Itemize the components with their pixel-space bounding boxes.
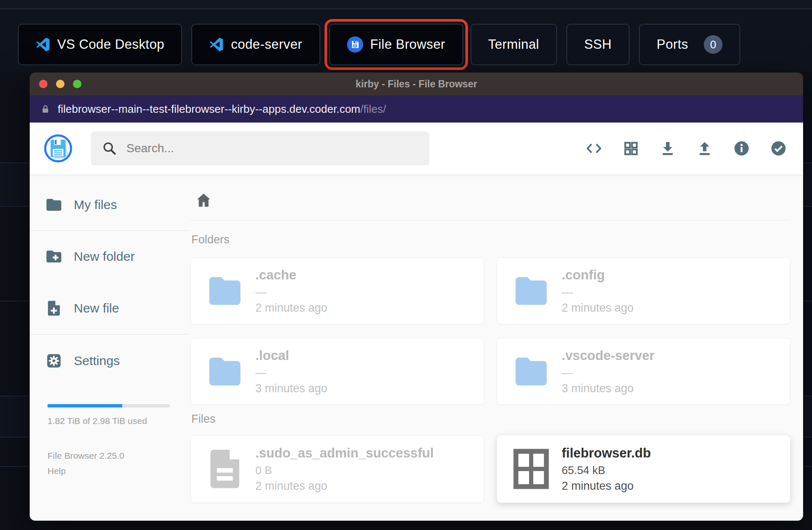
home-breadcrumb-button[interactable] <box>194 191 213 211</box>
folder-icon <box>512 276 550 306</box>
file-icon <box>209 448 241 490</box>
file-name: .config <box>562 268 634 283</box>
launcher-button-label: code-server <box>231 37 302 52</box>
breadcrumb <box>194 191 790 211</box>
folder-icon <box>45 196 63 214</box>
folder-card-local[interactable]: .local — 3 minutes ago <box>190 338 484 405</box>
file-browser-button[interactable]: File Browser <box>329 24 463 65</box>
code-server-button[interactable]: code-server <box>191 24 320 65</box>
sidebar-divider <box>30 230 189 231</box>
file-size: — <box>562 366 655 379</box>
upload-button[interactable] <box>696 140 713 157</box>
view-mode-button[interactable] <box>622 140 639 157</box>
file-modified-time: 2 minutes ago <box>255 301 328 315</box>
open-in-editor-button[interactable] <box>585 140 602 157</box>
file-card-filebrowser-db[interactable]: filebrowser.db 65.54 kB 2 minutes ago <box>497 435 790 503</box>
info-button[interactable] <box>733 140 750 157</box>
header-actions <box>585 140 787 157</box>
sidebar: My files New folder New file <box>30 174 189 521</box>
sidebar-divider <box>30 334 189 335</box>
files-grid: .sudo_as_admin_successful 0 B 2 minutes … <box>190 435 790 503</box>
url-bar[interactable]: filebrowser--main--test-filebrowser--kir… <box>30 95 803 123</box>
file-size: — <box>562 286 634 299</box>
lock-icon <box>41 104 50 114</box>
storage-usage-bar <box>48 404 170 407</box>
file-size: 0 B <box>255 464 434 477</box>
folder-icon <box>206 356 244 387</box>
folder-card-vscode-server[interactable]: .vscode-server — 3 minutes ago <box>497 338 790 405</box>
vscode-desktop-button[interactable]: VS Code Desktop <box>18 24 182 65</box>
vscode-icon <box>209 37 224 52</box>
gear-icon <box>45 352 63 370</box>
sidebar-item-label: My files <box>74 198 117 212</box>
file-size: — <box>255 286 328 299</box>
storage-usage: 1.82 TiB of 2.98 TiB used <box>48 404 170 426</box>
file-listing: Folders .cache — 2 minutes ago .confi <box>189 174 803 521</box>
file-plus-icon <box>45 299 63 317</box>
sidebar-item-my-files[interactable]: My files <box>30 191 189 218</box>
file-size: — <box>255 366 328 379</box>
sidebar-item-settings[interactable]: Settings <box>30 347 189 374</box>
grid-view-icon <box>622 140 639 157</box>
file-modified-time: 3 minutes ago <box>255 382 328 395</box>
vscode-icon <box>36 37 50 52</box>
sidebar-item-label: New folder <box>74 249 134 264</box>
sidebar-item-new-file[interactable]: New file <box>30 295 189 322</box>
url-host: filebrowser--main--test-filebrowser--kir… <box>58 103 360 115</box>
window-titlebar[interactable]: kirby - Files - File Browser <box>30 73 803 95</box>
listing-divider <box>190 220 790 220</box>
search-bar[interactable] <box>91 131 429 165</box>
help-link[interactable]: Help <box>48 466 189 476</box>
section-title-files: Files <box>191 413 790 426</box>
launcher-button-label: File Browser <box>370 37 445 52</box>
window-title: kirby - Files - File Browser <box>30 78 803 90</box>
desktop-background: VS Code Desktop code-server File Browser… <box>0 0 812 530</box>
folder-plus-icon <box>45 248 63 265</box>
filebrowser-logo[interactable] <box>44 134 72 162</box>
sidebar-item-label: Settings <box>74 354 120 368</box>
file-modified-time: 2 minutes ago <box>255 480 434 493</box>
file-modified-time: 2 minutes ago <box>562 480 651 493</box>
download-button[interactable] <box>659 140 676 157</box>
url-path: /files/ <box>360 103 386 115</box>
database-grid-icon <box>513 448 549 490</box>
file-modified-time: 3 minutes ago <box>562 382 655 395</box>
info-icon <box>733 139 750 157</box>
launcher-button-label: VS Code Desktop <box>57 37 164 52</box>
filebrowser-floppy-icon <box>347 36 363 53</box>
ports-count-badge: 0 <box>704 35 722 54</box>
file-name: filebrowser.db <box>562 446 651 461</box>
browser-window: kirby - Files - File Browser filebrowser… <box>30 73 803 521</box>
file-name: .sudo_as_admin_successful <box>255 446 434 461</box>
sidebar-item-label: New file <box>74 301 119 315</box>
select-multiple-button[interactable] <box>770 140 787 157</box>
search-input[interactable] <box>126 142 418 155</box>
sidebar-item-new-folder[interactable]: New folder <box>30 243 189 270</box>
ssh-button[interactable]: SSH <box>566 24 630 65</box>
launcher-button-label: SSH <box>584 37 612 52</box>
file-card-sudo-as-admin[interactable]: .sudo_as_admin_successful 0 B 2 minutes … <box>190 435 484 503</box>
folder-icon <box>512 356 550 387</box>
filebrowser-body: My files New folder New file <box>30 174 803 521</box>
app-version: File Browser 2.25.0 <box>48 451 189 461</box>
folder-icon <box>206 276 244 306</box>
launcher-button-label: Terminal <box>488 37 539 52</box>
code-icon <box>585 140 602 157</box>
section-title-folders: Folders <box>191 233 790 246</box>
download-icon <box>659 140 676 157</box>
filebrowser-header <box>30 123 803 174</box>
topbar-strip <box>0 0 812 9</box>
floppy-disk-icon <box>48 138 69 159</box>
url-text: filebrowser--main--test-filebrowser--kir… <box>58 103 386 116</box>
folder-card-config[interactable]: .config — 2 minutes ago <box>497 257 790 324</box>
file-modified-time: 2 minutes ago <box>562 301 634 315</box>
file-name: .local <box>255 348 328 363</box>
file-size: 65.54 kB <box>562 464 651 477</box>
ports-button[interactable]: Ports 0 <box>639 24 740 65</box>
check-circle-icon <box>770 139 787 157</box>
storage-usage-text: 1.82 TiB of 2.98 TiB used <box>48 416 170 426</box>
launcher-button-label: Ports <box>657 37 688 52</box>
folder-card-cache[interactable]: .cache — 2 minutes ago <box>190 257 484 324</box>
storage-usage-fill <box>48 404 122 407</box>
terminal-button[interactable]: Terminal <box>470 24 557 65</box>
